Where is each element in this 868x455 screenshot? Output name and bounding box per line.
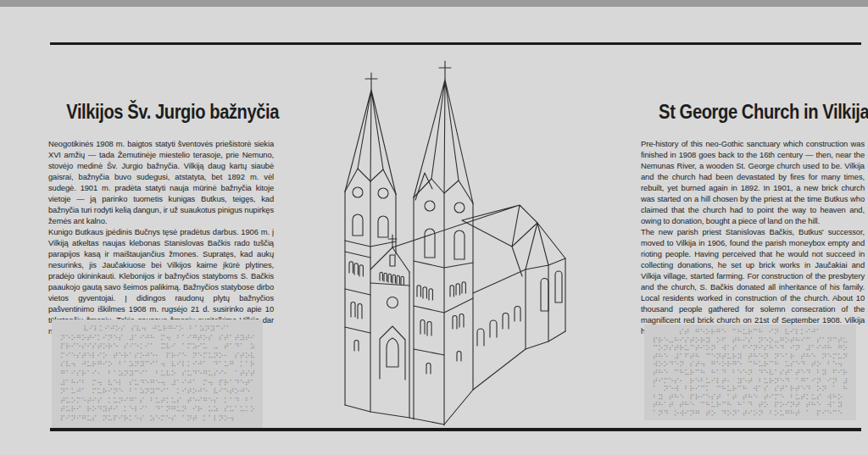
- braille-block-en: ⠎⠞⠀⠛⠑⠕⠗⠛⠑⠀⠉⠓⠥⠗⠉⠓⠀⠊⠝⠀⠧⠊⠇⠅⠊⠚⠁ ⠏⠗⠑⠤⠓⠊⠎⠞⠕⠗⠽⠀…: [644, 325, 856, 420]
- cross-right-spire: [439, 61, 451, 80]
- braille-line: ⠺⠕⠕⠙⠑⠝⠀⠎⠞⠲⠀⠛⠑⠕⠗⠛⠑⠀⠉⠓⠥⠗⠉⠓⠀⠥⠎⠑⠙⠀⠞⠕⠀⠃⠑⠲⠀⠧⠊⠇…: [653, 361, 848, 369]
- page-title-lt: Vilkijos Šv. Jurgio bažnyčia: [66, 100, 255, 124]
- braille-line: ⠧⠊⠇⠅⠊⠚⠕⠎⠀⠎⠧⠲⠀⠚⠥⠗⠛⠊⠕⠀⠃⠁⠵⠝⠽⠉⠊⠁: [60, 325, 254, 334]
- braille-block-lt: ⠧⠊⠇⠅⠊⠚⠕⠎⠀⠎⠧⠲⠀⠚⠥⠗⠛⠊⠕⠀⠃⠁⠵⠝⠽⠉⠊⠁ ⠝⠑⠕⠛⠕⠞⠊⠅⠊⠝⠑…: [52, 319, 263, 428]
- lt-paragraph-1: Neogotikinės 1908 m. baigtos statyti šve…: [48, 138, 274, 226]
- braille-line: ⠞⠓⠁⠞⠀⠞⠓⠑⠀⠉⠓⠥⠗⠉⠓⠀⠓⠁⠙⠀⠞⠕⠀⠏⠕⠊⠝⠞⠀⠞⠓⠑⠀⠺⠁⠽⠀⠞⠕⠀…: [653, 402, 848, 410]
- braille-line: ⠏⠗⠊⠑⠎⠊⠎⠞⠕⠗⠑⠀⠎⠊⠑⠅⠊⠁⠀⠭⠧⠊⠀⠁⠍⠵⠊⠥⠀⠤⠀⠞⠁⠙⠁⠀⠵⠑⠍⠥…: [60, 342, 254, 352]
- braille-line: ⠁⠝⠙⠀⠕⠺⠊⠝⠛⠀⠞⠕⠀⠙⠕⠝⠁⠞⠊⠕⠝⠀⠃⠕⠥⠛⠓⠞⠀⠁⠀⠏⠊⠑⠉⠑⠀⠕⠋⠀…: [653, 410, 848, 419]
- en-paragraph-1: Pre-history of this neo-Gothic sanctuary…: [641, 138, 865, 226]
- braille-line: ⠎⠧⠲⠀⠚⠥⠗⠛⠊⠕⠀⠃⠁⠵⠝⠽⠉⠊⠁⠲⠀⠧⠊⠇⠅⠊⠚⠁⠀⠙⠁⠥⠛⠀⠅⠁⠗⠞⠥⠀…: [60, 360, 254, 369]
- braille-line: ⠞⠊⠍⠑⠎⠂⠀⠗⠑⠃⠥⠊⠇⠞⠂⠀⠽⠑⠞⠀⠃⠥⠗⠝⠑⠙⠀⠁⠛⠁⠊⠝⠀⠊⠝⠀⠼⠁⠓⠊…: [653, 378, 848, 386]
- page-title-en: St George Church in Vilkija: [659, 100, 847, 124]
- braille-line: ⠎⠞⠀⠛⠑⠕⠗⠛⠑⠀⠉⠓⠥⠗⠉⠓⠀⠊⠝⠀⠧⠊⠇⠅⠊⠚⠁: [653, 329, 848, 337]
- braille-line: ⠏⠗⠑⠤⠓⠊⠎⠞⠕⠗⠽⠀⠕⠋⠀⠞⠓⠊⠎⠀⠝⠑⠕⠤⠛⠕⠞⠓⠊⠉⠀⠎⠁⠝⠉⠞⠥⠁⠗⠽…: [653, 337, 848, 346]
- braille-line: ⠍⠊⠑⠎⠞⠑⠇⠊⠕⠀⠞⠑⠗⠁⠎⠕⠚⠑⠂⠀⠏⠗⠊⠑⠀⠝⠑⠍⠥⠝⠕⠂⠀⠎⠞⠕⠧⠑⠚⠕…: [60, 352, 254, 361]
- braille-line: ⠞⠥⠕⠍⠑⠞⠊⠎⠀⠅⠥⠝⠊⠛⠁⠎⠀⠃⠥⠞⠅⠥⠎⠀⠞⠑⠊⠛⠑⠎⠀⠅⠁⠙⠀⠃⠁⠵⠝⠽…: [60, 397, 254, 406]
- braille-line: ⠞⠓⠑⠀⠼⠁⠋⠞⠓⠀⠉⠑⠝⠞⠥⠗⠽⠀⠞⠓⠑⠝⠀⠝⠑⠁⠗⠀⠞⠓⠑⠀⠝⠑⠍⠥⠝⠁⠎⠀…: [653, 353, 848, 362]
- lithuanian-panel: Vilkijos Šv. Jurgio bažnyčia Neogotikinė…: [48, 0, 274, 455]
- braille-line: ⠝⠑⠕⠛⠕⠞⠊⠅⠊⠝⠑⠎⠀⠼⠁⠊⠚⠓⠀⠍⠲⠀⠃⠁⠊⠛⠞⠕⠎⠀⠎⠞⠁⠞⠽⠞⠊⠀⠎⠧…: [60, 334, 254, 343]
- en-paragraph-2: The new parish priest Stanislovas Bačkis…: [641, 226, 865, 336]
- braille-line: ⠼⠁⠓⠊⠃⠀⠍⠲⠀⠧⠑⠇⠀⠎⠥⠙⠑⠛⠑⠲⠀⠼⠁⠊⠚⠁⠀⠍⠲⠀⠏⠗⠁⠙⠑⠞⠁⠀⠎⠞…: [60, 379, 254, 388]
- lt-text-block: Neogotikinės 1908 m. baigtos statyti šve…: [48, 138, 274, 336]
- braille-line: ⠛⠁⠊⠎⠗⠁⠊⠂⠀⠃⠁⠵⠝⠽⠉⠊⠁⠀⠃⠥⠧⠕⠀⠎⠥⠙⠑⠛⠥⠎⠊⠂⠀⠁⠞⠎⠞⠁⠞⠽…: [60, 369, 254, 379]
- braille-line: ⠞⠓⠑⠀⠉⠓⠥⠗⠉⠓⠀⠓⠁⠙⠀⠃⠑⠑⠝⠀⠙⠑⠧⠁⠎⠞⠁⠞⠑⠙⠀⠃⠽⠀⠋⠊⠗⠑⠎⠀…: [653, 369, 848, 378]
- braille-line: ⠁⠀⠝⠑⠺⠀⠃⠗⠊⠉⠅⠀⠉⠓⠥⠗⠉⠓⠀⠺⠁⠎⠀⠎⠞⠁⠗⠞⠑⠙⠀⠕⠝⠀⠁⠀⠓⠊⠇⠇…: [653, 386, 848, 394]
- cross-left-spire: [365, 73, 377, 90]
- en-text-block: Pre-history of this neo-Gothic sanctuary…: [641, 138, 865, 336]
- braille-line: ⠉⠕⠝⠎⠞⠗⠥⠉⠞⠊⠕⠝⠀⠺⠁⠎⠀⠋⠊⠝⠊⠎⠓⠑⠙⠀⠊⠝⠀⠼⠁⠊⠚⠓⠀⠛⠕⠑⠎⠀…: [653, 345, 848, 353]
- braille-line: ⠃⠽⠀⠞⠓⠑⠀⠏⠗⠊⠑⠎⠞⠀⠁⠞⠀⠞⠓⠑⠀⠞⠊⠍⠑⠀⠃⠥⠞⠅⠥⠎⠀⠺⠓⠕⠀⠉⠇⠁…: [653, 394, 848, 402]
- braille-line: ⠝⠁⠥⠚⠁⠀⠍⠥⠗⠊⠝⠑⠀⠃⠁⠵⠝⠽⠉⠊⠁⠀⠅⠊⠞⠕⠚⠑⠀⠧⠊⠑⠞⠕⠚⠑⠀⠚⠁⠀…: [60, 387, 254, 397]
- braille-line: ⠏⠊⠝⠊⠛⠥⠎⠀⠝⠥⠏⠊⠗⠅⠑⠎⠀⠵⠑⠍⠑⠎⠀⠁⠝⠞⠀⠅⠁⠇⠝⠕⠲: [60, 414, 254, 424]
- english-panel: St George Church in Vilkija Pre-history …: [641, 0, 865, 455]
- braille-line: ⠞⠥⠗⠊⠀⠗⠕⠙⠽⠞⠊⠀⠅⠑⠇⠊⠁⠀⠙⠁⠝⠛⠥⠝⠀⠊⠗⠀⠥⠵⠀⠎⠥⠁⠥⠅⠕⠞⠥⠎: [60, 405, 254, 414]
